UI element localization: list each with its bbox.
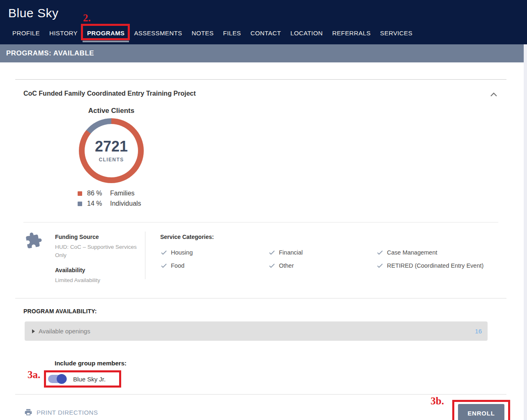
- group-member-row: 3a. Blue Sky Jr.: [44, 370, 121, 388]
- nav-tab-location[interactable]: LOCATION: [290, 30, 323, 37]
- individuals-swatch-icon: [78, 202, 82, 206]
- service-categories-column: Service Categories: Housing Food Financi…: [160, 234, 484, 298]
- nav-tab-profile[interactable]: PROFILE: [12, 30, 40, 37]
- service-item-retired: RETIRED (Coordinated Entry Event): [376, 262, 484, 269]
- group-member-name: Blue Sky Jr.: [73, 376, 106, 383]
- availability-value: Limited Availability: [55, 276, 137, 285]
- puzzle-piece-icon: [25, 232, 42, 298]
- annotation-step3a-label: 3a.: [28, 369, 40, 381]
- individuals-percent: 14 %: [87, 200, 110, 207]
- annotation-step2-label: 2.: [83, 12, 91, 24]
- service-item-case-management: Case Management: [376, 249, 484, 256]
- checkmark-icon: [268, 262, 276, 269]
- chart-title: Active Clients: [65, 107, 157, 115]
- nav-tab-programs[interactable]: PROGRAMS: [87, 30, 125, 37]
- checkmark-icon: [268, 249, 276, 256]
- families-swatch-icon: [78, 191, 82, 196]
- vertical-divider: [145, 232, 145, 279]
- client-count: 2721: [95, 139, 128, 154]
- print-directions-link[interactable]: PRINT DIRECTIONS: [24, 408, 98, 416]
- page-title-bar: PROGRAMS: AVAILABLE: [0, 44, 524, 62]
- donut-center: 2721 CLIENTS: [85, 124, 138, 177]
- annotation-box-step3a: Blue Sky Jr.: [44, 370, 121, 388]
- page-title: PROGRAMS: AVAILABLE: [6, 49, 94, 57]
- program-card: CoC Funded Family Coordinated Entry Trai…: [15, 79, 506, 420]
- expand-arrow-icon: [32, 329, 35, 333]
- nav-tab-assessments[interactable]: ASSESSMENTS: [134, 30, 182, 37]
- available-openings-count: 16: [475, 328, 482, 335]
- nav-tab-history[interactable]: HISTORY: [49, 30, 78, 37]
- client-name-title: Blue Sky: [8, 6, 58, 20]
- collapse-card-button[interactable]: [490, 91, 497, 99]
- active-clients-chart: Active Clients 2721 CLIENTS 86 % Familie…: [65, 107, 157, 207]
- nav-tab-notes[interactable]: NOTES: [191, 30, 214, 37]
- app-header: Blue Sky PROFILE HISTORY PROGRAMS 2. ASS…: [0, 0, 527, 44]
- individuals-label: Individuals: [110, 200, 141, 207]
- funding-source-value: HUD: CoC – Supportive Services Only: [55, 243, 137, 259]
- nav-tab-programs-wrap: PROGRAMS 2.: [87, 30, 125, 37]
- nav-tab-referrals[interactable]: REFERRALS: [332, 30, 371, 37]
- include-group-members-label: Include group members:: [55, 360, 498, 367]
- screen: Blue Sky PROFILE HISTORY PROGRAMS 2. ASS…: [0, 0, 527, 420]
- legend-row-families: 86 % Families: [78, 190, 157, 197]
- availability-label: Availability: [55, 267, 137, 273]
- section-divider: [15, 298, 506, 298]
- chart-legend: 86 % Families 14 % Individuals: [78, 190, 157, 207]
- nav-tab-contact[interactable]: CONTACT: [251, 30, 281, 37]
- legend-row-individuals: 14 % Individuals: [78, 200, 157, 207]
- checkmark-icon: [376, 249, 384, 256]
- available-openings-label: Available openings: [39, 328, 90, 335]
- funding-text: Funding Source HUD: CoC – Supportive Ser…: [55, 234, 137, 298]
- client-count-caption: CLIENTS: [99, 157, 124, 163]
- service-item-financial: Financial: [268, 249, 376, 256]
- chevron-up-icon: [490, 92, 497, 97]
- donut-chart: 2721 CLIENTS: [79, 118, 144, 183]
- group-member-toggle[interactable]: [48, 375, 67, 383]
- checkmark-icon: [160, 262, 168, 269]
- printer-icon: [24, 408, 32, 416]
- funding-column: Funding Source HUD: CoC – Supportive Ser…: [23, 232, 145, 298]
- print-directions-label: PRINT DIRECTIONS: [37, 409, 98, 416]
- service-categories-grid: Housing Food Financial Other Case Manage…: [160, 249, 484, 269]
- service-item-food: Food: [160, 262, 268, 269]
- program-details: Funding Source HUD: CoC – Supportive Ser…: [23, 222, 498, 298]
- service-item-other: Other: [268, 262, 376, 269]
- program-availability-label: PROGRAM AVAILABILITY:: [23, 308, 498, 314]
- enroll-button[interactable]: ENROLL: [458, 404, 504, 420]
- program-card-header: CoC Funded Family Coordinated Entry Trai…: [23, 80, 498, 99]
- annotation-box-step3b: ENROLL: [452, 400, 510, 420]
- service-item-housing: Housing: [160, 249, 268, 256]
- checkmark-icon: [160, 249, 168, 256]
- annotation-step3b-label: 3b.: [430, 395, 444, 407]
- families-label: Families: [110, 190, 135, 197]
- toggle-knob: [57, 374, 67, 384]
- card-footer: PRINT DIRECTIONS 3b. ENROLL: [15, 394, 506, 420]
- checkmark-icon: [376, 262, 384, 269]
- available-openings-accordion[interactable]: Available openings 16: [25, 321, 488, 341]
- families-percent: 86 %: [87, 190, 110, 197]
- funding-source-label: Funding Source: [55, 234, 137, 240]
- nav-tab-files[interactable]: FILES: [223, 30, 241, 37]
- main-nav: PROFILE HISTORY PROGRAMS 2. ASSESSMENTS …: [12, 30, 412, 37]
- active-tab-underline: [83, 41, 129, 42]
- program-title: CoC Funded Family Coordinated Entry Trai…: [23, 90, 196, 97]
- service-categories-label: Service Categories:: [160, 234, 484, 240]
- nav-tab-services[interactable]: SERVICES: [380, 30, 412, 37]
- vertical-scrollbar[interactable]: [524, 44, 527, 420]
